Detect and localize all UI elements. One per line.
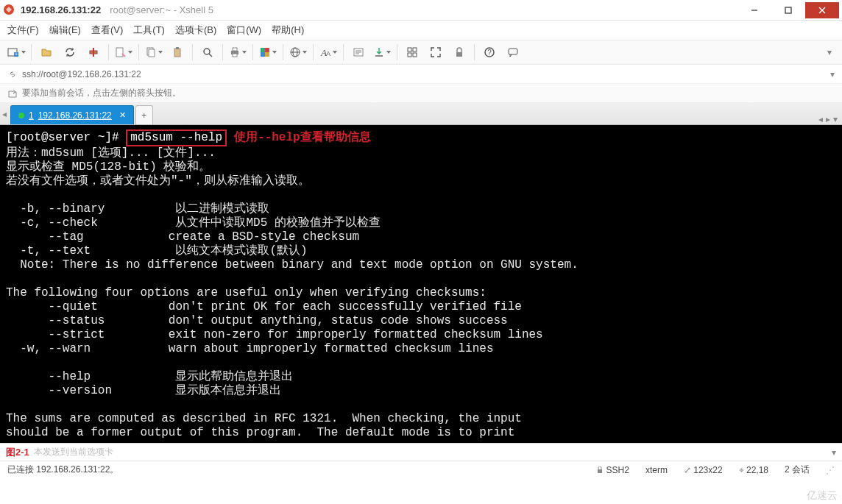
- menu-edit[interactable]: 编辑(E): [49, 24, 81, 37]
- open-button[interactable]: [36, 43, 57, 62]
- status-connection: 已连接 192.168.26.131:22。: [7, 464, 118, 476]
- status-grip-icon: ⋰: [826, 465, 835, 475]
- title-address: 192.168.26.131:22: [21, 4, 101, 15]
- menubar: 文件(F) 编辑(E) 查看(V) 工具(T) 选项卡(B) 窗口(W) 帮助(…: [0, 21, 842, 40]
- address-text[interactable]: ssh://root@192.168.26.131:22: [22, 69, 826, 79]
- svg-text:A: A: [326, 50, 330, 57]
- toolbar-overflow-button[interactable]: ▾: [823, 47, 836, 57]
- hint-bar: 要添加当前会话，点击左侧的箭头按钮。: [0, 84, 842, 103]
- svg-rect-12: [149, 49, 155, 57]
- svg-rect-2: [785, 7, 791, 13]
- svg-rect-22: [261, 52, 265, 57]
- watermark: 亿速云: [807, 489, 838, 503]
- status-protocol: SSH2: [596, 465, 629, 475]
- svg-rect-19: [233, 54, 237, 57]
- svg-rect-13: [174, 49, 180, 57]
- menu-help[interactable]: 帮助(H): [272, 24, 304, 37]
- tab-add-button[interactable]: +: [135, 105, 153, 124]
- tab-list-button[interactable]: ▾: [833, 114, 838, 124]
- svg-rect-41: [509, 49, 517, 54]
- properties-button[interactable]: [113, 43, 134, 62]
- status-cursor: ⌖ 22,18: [739, 465, 768, 475]
- menu-view[interactable]: 查看(V): [91, 24, 123, 37]
- hint-text: 要添加当前会话，点击左侧的箭头按钮。: [22, 87, 181, 99]
- address-dropdown-button[interactable]: ▾: [830, 69, 835, 79]
- print-button[interactable]: [227, 43, 248, 62]
- toolbar: + AA ? ▾: [0, 40, 842, 65]
- maximize-button[interactable]: [771, 2, 805, 18]
- menu-tabs[interactable]: 选项卡(B): [175, 24, 216, 37]
- feedback-button[interactable]: [503, 43, 523, 62]
- address-bar: ssh://root@192.168.26.131:22 ▾: [0, 65, 842, 84]
- status-bar: 已连接 192.168.26.131:22。 SSH2 xterm ⤢ 123x…: [0, 461, 842, 478]
- tab-status-icon: [18, 113, 24, 118]
- app-icon: [3, 4, 16, 17]
- svg-rect-21: [265, 48, 269, 52]
- compose-bar[interactable]: 图2-1 本发送到当前选项卡 ▾: [0, 443, 842, 461]
- svg-rect-18: [233, 48, 237, 51]
- tab-scroll-right-button[interactable]: ▸: [826, 114, 830, 124]
- tab-label: 192.168.26.131:22: [38, 110, 112, 121]
- compose-dropdown-button[interactable]: ▾: [832, 447, 836, 458]
- terminal-prompt: [root@server ~]#: [6, 131, 119, 144]
- tab-index: 1: [29, 110, 34, 121]
- compose-placeholder: 本发送到当前选项卡: [34, 446, 113, 458]
- lock-button[interactable]: [449, 43, 470, 62]
- encoding-button[interactable]: [288, 43, 308, 62]
- copy-button[interactable]: [144, 43, 164, 62]
- svg-rect-34: [408, 48, 411, 52]
- menu-tools[interactable]: 工具(T): [133, 24, 165, 37]
- svg-point-15: [204, 49, 210, 54]
- status-sessions: 2 会话: [785, 464, 810, 476]
- terminal-output: 用法：md5sum [选项]... [文件]... 显示或检查 MD5(128-…: [6, 146, 836, 440]
- svg-rect-10: [116, 48, 123, 57]
- svg-text:?: ?: [487, 49, 492, 57]
- svg-rect-23: [265, 52, 269, 57]
- terminal-annotation: 使用--help查看帮助信息: [234, 131, 371, 144]
- title-subtitle: root@server:~ - Xshell 5: [110, 4, 213, 15]
- minimize-button[interactable]: [737, 2, 771, 18]
- status-termtype: xterm: [645, 465, 668, 475]
- terminal-command: md5sum --help: [126, 129, 227, 146]
- tab-strip: ◂ 1 192.168.26.131:22 ✕ + ◂ ▸ ▾: [0, 103, 842, 125]
- svg-rect-38: [456, 52, 462, 57]
- svg-rect-33: [375, 55, 383, 57]
- svg-rect-37: [413, 53, 417, 57]
- tab-close-icon[interactable]: ✕: [119, 110, 126, 120]
- new-session-button[interactable]: +: [6, 43, 26, 62]
- svg-rect-36: [408, 53, 411, 57]
- paste-button[interactable]: [167, 43, 188, 62]
- link-icon: [7, 69, 18, 79]
- transfer-button[interactable]: [372, 43, 392, 62]
- svg-rect-35: [413, 48, 417, 52]
- terminal[interactable]: [root@server ~]# md5sum --help使用--help查看…: [0, 125, 842, 443]
- tab-prev-button[interactable]: ◂: [0, 104, 9, 124]
- svg-rect-43: [598, 469, 602, 473]
- tile-button[interactable]: [402, 43, 422, 62]
- help-button[interactable]: ?: [479, 43, 500, 62]
- svg-line-16: [209, 54, 212, 57]
- add-session-icon[interactable]: [7, 88, 18, 99]
- tab-scroll-left-button[interactable]: ◂: [818, 114, 823, 124]
- find-button[interactable]: [197, 43, 218, 62]
- svg-rect-14: [176, 47, 179, 49]
- tab-session-1[interactable]: 1 192.168.26.131:22 ✕: [10, 105, 134, 124]
- font-button[interactable]: AA: [318, 43, 339, 62]
- close-button[interactable]: [805, 2, 839, 18]
- color-scheme-button[interactable]: [258, 43, 278, 62]
- disconnect-button[interactable]: [83, 43, 104, 62]
- script-button[interactable]: [348, 43, 369, 62]
- menu-file[interactable]: 文件(F): [7, 24, 39, 37]
- menu-window[interactable]: 窗口(W): [227, 24, 261, 37]
- reconnect-button[interactable]: [60, 43, 80, 62]
- fullscreen-button[interactable]: [425, 43, 446, 62]
- status-size: ⤢ 123x22: [684, 465, 723, 475]
- svg-rect-20: [261, 48, 265, 52]
- figure-label: 图2-1: [6, 446, 29, 459]
- titlebar: 192.168.26.131:22 root@server:~ - Xshell…: [0, 0, 842, 21]
- svg-text:+: +: [15, 52, 18, 57]
